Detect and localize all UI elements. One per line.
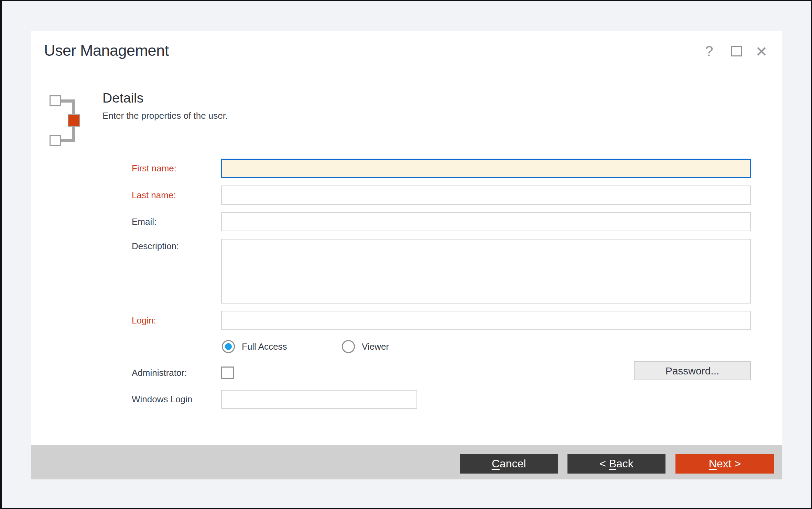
radio-viewer[interactable]: Viewer	[342, 340, 389, 353]
email-input[interactable]	[221, 212, 751, 231]
administrator-label: Administrator:	[132, 367, 187, 378]
step-title: Details	[102, 91, 143, 106]
user-management-dialog: User Management ? × Details Enter the pr…	[31, 31, 782, 479]
maximize-button[interactable]	[726, 41, 747, 62]
email-label: Email:	[132, 216, 156, 227]
step-subtitle: Enter the properties of the user.	[102, 110, 228, 121]
wizard-step-square	[50, 135, 61, 146]
password-button-label: Password...	[665, 365, 719, 377]
windows-login-input[interactable]	[221, 390, 417, 409]
next-label-suffix: ext >	[717, 457, 741, 470]
login-label: Login:	[132, 315, 156, 326]
administrator-checkbox[interactable]	[221, 367, 234, 379]
back-label-suffix: ack	[616, 457, 634, 470]
description-label: Description:	[132, 241, 179, 252]
radio-button-icon	[342, 340, 355, 353]
first-name-label: First name:	[132, 163, 176, 174]
close-icon: ×	[756, 42, 767, 61]
last-name-input[interactable]	[221, 185, 751, 205]
radio-full-access[interactable]: Full Access	[222, 340, 287, 353]
next-button[interactable]: Next >	[675, 454, 774, 474]
cancel-label-suffix: ancel	[500, 457, 526, 470]
button-bar: Cancel < Back Next >	[31, 445, 782, 479]
wizard-current-step-square	[68, 114, 80, 127]
password-button[interactable]: Password...	[634, 361, 751, 380]
back-label-key: B	[609, 457, 616, 470]
first-name-input[interactable]	[221, 159, 751, 178]
back-button[interactable]: < Back	[567, 454, 665, 474]
radio-viewer-label: Viewer	[362, 341, 389, 352]
radio-button-icon	[222, 340, 235, 353]
last-name-label: Last name:	[132, 190, 176, 201]
login-input[interactable]	[221, 311, 751, 330]
windows-login-label: Windows Login	[132, 394, 192, 405]
back-label-prefix: <	[599, 457, 609, 470]
window-title: User Management	[44, 42, 169, 60]
maximize-icon	[731, 46, 742, 56]
description-textarea[interactable]	[221, 239, 751, 304]
radio-full-access-label: Full Access	[242, 341, 287, 352]
wizard-connector-line	[61, 139, 75, 142]
wizard-step-square	[50, 95, 61, 106]
help-icon: ?	[705, 43, 713, 60]
close-button[interactable]: ×	[751, 41, 772, 62]
wizard-steps-icon	[50, 95, 84, 147]
help-button[interactable]: ?	[699, 41, 719, 62]
cancel-label-key: C	[492, 457, 500, 470]
cancel-button[interactable]: Cancel	[460, 454, 558, 474]
next-label-key: N	[709, 457, 717, 470]
